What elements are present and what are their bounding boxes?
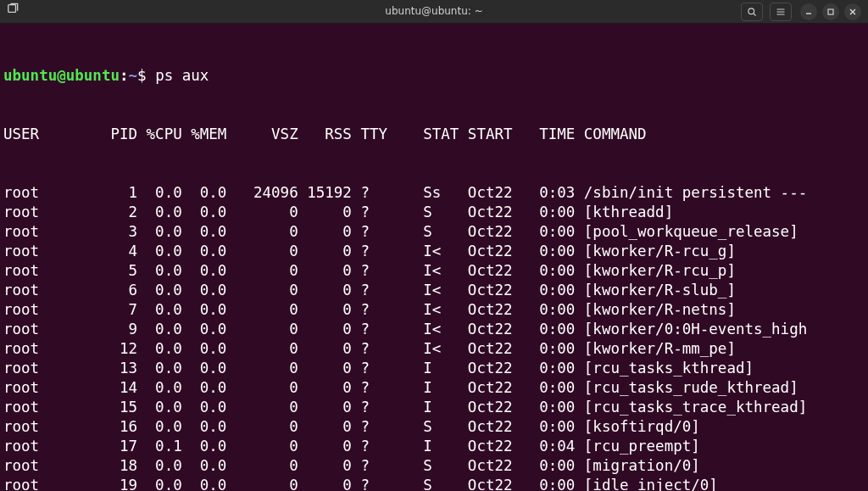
ps-row: root 15 0.0 0.0 0 0 ? I Oct22 0:00 [rcu_… [3,398,865,417]
minimize-button[interactable] [800,3,817,20]
ps-row: root 5 0.0 0.0 0 0 ? I< Oct22 0:00 [kwor… [3,261,865,281]
ps-row: root 2 0.0 0.0 0 0 ? S Oct22 0:00 [kthre… [3,203,865,222]
window-titlebar: ubuntu@ubuntu: ~ [0,0,868,24]
svg-rect-2 [828,9,833,14]
svg-rect-0 [8,5,16,13]
window-title: ubuntu@ubuntu: ~ [385,2,482,21]
prompt-symbol: $ [137,67,155,84]
ps-row: root 13 0.0 0.0 0 0 ? I Oct22 0:00 [rcu_… [3,359,865,378]
ps-header: USER PID %CPU %MEM VSZ RSS TTY STAT STAR… [3,125,865,144]
ps-body: root 1 0.0 0.0 24096 15192 ? Ss Oct22 0:… [3,183,865,491]
ps-row: root 12 0.0 0.0 0 0 ? I< Oct22 0:00 [kwo… [3,339,865,359]
hamburger-menu-button[interactable] [770,3,792,21]
close-button[interactable] [844,3,861,20]
ps-row: root 6 0.0 0.0 0 0 ? I< Oct22 0:00 [kwor… [3,281,865,300]
search-button[interactable] [741,3,763,21]
ps-row: root 4 0.0 0.0 0 0 ? I< Oct22 0:00 [kwor… [3,242,865,261]
ps-row: root 18 0.0 0.0 0 0 ? S Oct22 0:00 [migr… [3,456,865,476]
ps-row: root 3 0.0 0.0 0 0 ? S Oct22 0:00 [pool_… [3,222,865,242]
ps-row: root 1 0.0 0.0 24096 15192 ? Ss Oct22 0:… [3,183,865,203]
new-tab-icon[interactable] [7,2,19,21]
maximize-button[interactable] [822,3,839,20]
terminal-output[interactable]: ubuntu@ubuntu:~$ ps aux USER PID %CPU %M… [0,24,868,491]
prompt-line: ubuntu@ubuntu:~$ ps aux [3,66,865,86]
svg-point-1 [748,8,754,14]
ps-row: root 17 0.1 0.0 0 0 ? I Oct22 0:04 [rcu_… [3,437,865,456]
ps-row: root 14 0.0 0.0 0 0 ? I Oct22 0:00 [rcu_… [3,378,865,398]
ps-row: root 9 0.0 0.0 0 0 ? I< Oct22 0:00 [kwor… [3,320,865,339]
prompt-colon: : [120,67,129,84]
prompt-user-host: ubuntu@ubuntu [3,67,120,84]
ps-row: root 16 0.0 0.0 0 0 ? S Oct22 0:00 [ksof… [3,417,865,437]
command-text: ps aux [155,67,209,84]
ps-row: root 7 0.0 0.0 0 0 ? I< Oct22 0:00 [kwor… [3,300,865,320]
prompt-path: ~ [129,67,138,84]
ps-row: root 19 0.0 0.0 0 0 ? S Oct22 0:00 [idle… [3,476,865,491]
